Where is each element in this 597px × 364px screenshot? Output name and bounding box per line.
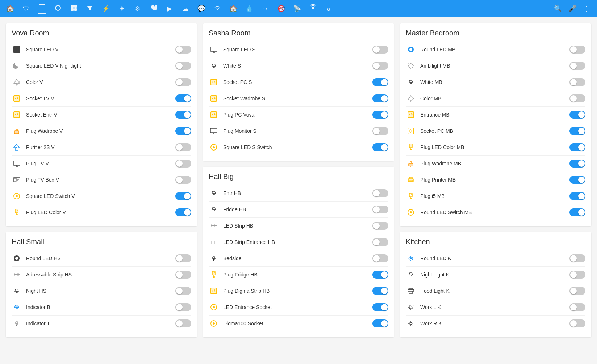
toggle-switch[interactable] — [175, 208, 191, 216]
toggle-switch[interactable] — [175, 143, 191, 151]
nav-alpha-icon[interactable]: α — [325, 5, 333, 13]
svg-rect-17 — [14, 131, 19, 134]
toggle-switch[interactable] — [175, 111, 191, 119]
toggle-switch[interactable] — [175, 94, 191, 102]
nav-broadcast2-icon[interactable] — [309, 4, 317, 13]
nav-lightning-icon[interactable]: ⚡ — [101, 5, 110, 13]
nav-more-icon[interactable]: ⋮ — [583, 5, 591, 13]
toggle-switch[interactable] — [175, 78, 191, 86]
device-name-plug-wadrobe-mb: Plug Wadrobe MB — [420, 161, 565, 166]
toggle-switch[interactable] — [569, 62, 585, 70]
device-name-plug-digma-strip-hb: Plug Digma Strip HB — [223, 288, 368, 294]
device-icon-round-led-k — [406, 253, 416, 263]
toggle-switch[interactable] — [569, 127, 585, 135]
toggle-switch[interactable] — [175, 303, 191, 311]
svg-rect-35 — [211, 79, 217, 85]
svg-rect-20 — [13, 161, 20, 165]
nav-plane-icon[interactable]: ✈ — [117, 5, 126, 13]
nav-heart-icon[interactable] — [149, 4, 158, 13]
nav-water-icon[interactable]: 💧 — [245, 5, 254, 13]
toggle-switch[interactable] — [372, 94, 388, 102]
toggle-switch[interactable] — [372, 127, 388, 135]
device-name-plug-i5-mb: Plug i5 MB — [420, 193, 565, 199]
device-icon-led-strip-hb — [209, 221, 219, 231]
nav-filter-icon[interactable] — [85, 4, 94, 13]
toggle-switch[interactable] — [175, 319, 191, 327]
toggle-switch[interactable] — [372, 62, 388, 70]
toggle-switch[interactable] — [175, 287, 191, 295]
toggle-switch[interactable] — [372, 287, 388, 295]
svg-rect-32 — [16, 323, 17, 325]
device-row: Socket TV V — [12, 90, 191, 107]
nav-play-icon[interactable]: ▶ — [165, 5, 174, 13]
device-row: Color V — [12, 74, 191, 90]
toggle-switch[interactable] — [569, 78, 585, 86]
toggle-switch[interactable] — [569, 143, 585, 151]
svg-rect-22 — [14, 178, 16, 181]
nav-target-icon[interactable]: 🎯 — [277, 5, 285, 13]
toggle-switch[interactable] — [372, 254, 388, 262]
toggle-switch[interactable] — [569, 160, 585, 168]
nav-circle-icon[interactable] — [54, 4, 62, 13]
nav-wifi-icon[interactable] — [213, 4, 222, 13]
nav-home-icon[interactable]: 🏠 — [6, 5, 14, 13]
device-icon-white-s — [209, 61, 219, 71]
device-row: Square LED V — [12, 42, 191, 58]
nav-broadcast-icon[interactable]: 📡 — [293, 5, 301, 13]
toggle-switch[interactable] — [569, 94, 585, 102]
nav-gear-icon[interactable]: ⚙ — [133, 5, 142, 13]
toggle-switch[interactable] — [175, 254, 191, 262]
toggle-switch[interactable] — [372, 78, 388, 86]
toggle-switch[interactable] — [372, 238, 388, 246]
toggle-switch[interactable] — [175, 176, 191, 184]
device-icon-square-led-switch-v — [12, 191, 22, 201]
toggle-switch[interactable] — [372, 319, 388, 327]
toggle-switch[interactable] — [175, 160, 191, 168]
toggle-switch[interactable] — [569, 46, 585, 54]
toggle-switch[interactable] — [372, 303, 388, 311]
toggle-switch[interactable] — [569, 111, 585, 119]
toggle-switch[interactable] — [569, 192, 585, 200]
toggle-switch[interactable] — [569, 287, 585, 295]
nav-chat-icon[interactable]: 💬 — [197, 5, 206, 13]
toggle-switch[interactable] — [175, 127, 191, 135]
toggle-switch[interactable] — [569, 254, 585, 262]
device-icon-night-hs — [12, 286, 22, 296]
toggle-switch[interactable] — [372, 222, 388, 230]
toggle-switch[interactable] — [569, 208, 585, 216]
toggle-switch[interactable] — [569, 176, 585, 184]
nav-mic-icon[interactable]: 🎤 — [568, 5, 577, 13]
toggle-switch[interactable] — [372, 271, 388, 279]
device-icon-plug-fridge-hb — [209, 270, 219, 280]
nav-shield-icon[interactable]: 🛡 — [22, 5, 30, 13]
device-name-hood-light-k: Hood Light K — [420, 288, 565, 294]
nav-grid-icon[interactable] — [70, 4, 78, 13]
nav-square-icon[interactable] — [38, 4, 46, 14]
toggle-switch[interactable] — [569, 271, 585, 279]
nav-cloud-icon[interactable]: ☁ — [181, 5, 190, 13]
device-row: Entr HB — [209, 185, 388, 202]
device-row: Work L K — [406, 299, 585, 316]
toggle-switch[interactable] — [372, 46, 388, 54]
toggle-switch[interactable] — [372, 189, 388, 197]
toggle-switch[interactable] — [569, 319, 585, 327]
toggle-switch[interactable] — [372, 206, 388, 213]
nav-arrows-icon[interactable]: ↔ — [261, 5, 270, 13]
toggle-switch[interactable] — [175, 46, 191, 54]
toggle-switch[interactable] — [569, 303, 585, 311]
nav-home2-icon[interactable]: 🏠 — [229, 5, 238, 13]
device-icon-plug-led-color-v — [12, 207, 22, 217]
toggle-switch[interactable] — [175, 62, 191, 70]
toggle-switch[interactable] — [175, 192, 191, 200]
device-icon-round-led-hs — [12, 253, 22, 263]
svg-rect-76 — [410, 149, 412, 150]
device-name-indicator-t: Indicator T — [26, 321, 171, 326]
toggle-switch[interactable] — [372, 143, 388, 151]
device-row: Work R K — [406, 316, 585, 331]
toggle-switch[interactable] — [175, 271, 191, 279]
svg-rect-56 — [211, 288, 217, 294]
toggle-switch[interactable] — [372, 111, 388, 119]
nav-search-icon[interactable]: 🔍 — [554, 5, 562, 13]
device-row: Night HS — [12, 283, 191, 299]
svg-rect-13 — [14, 112, 20, 118]
